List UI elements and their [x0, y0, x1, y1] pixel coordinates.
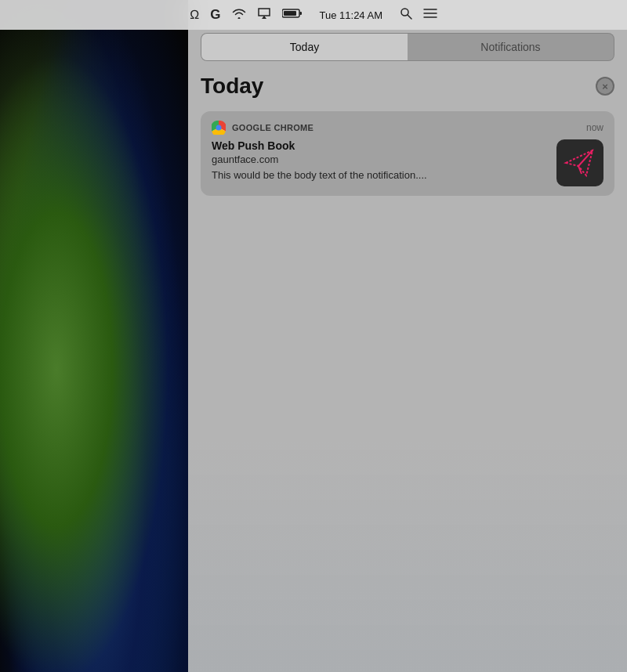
- svg-rect-1: [299, 12, 302, 15]
- tab-bar: Today Notifications: [201, 33, 614, 61]
- close-button[interactable]: ×: [596, 77, 614, 96]
- notification-text: Web Push Book gauntface.com This would b…: [212, 139, 549, 182]
- notification-time: now: [586, 122, 603, 133]
- wifi-icon[interactable]: [232, 8, 246, 22]
- desktop-background: [0, 0, 188, 672]
- chrome-icon: [212, 121, 226, 135]
- search-icon[interactable]: [400, 7, 412, 23]
- fork-icon[interactable]: Ω: [190, 8, 199, 22]
- notification-app-name: GOOGLE CHROME: [232, 123, 314, 132]
- airplay-icon[interactable]: [257, 7, 271, 23]
- list-icon[interactable]: [423, 8, 437, 22]
- notification-message: This would be the body text of the notif…: [212, 168, 549, 182]
- menubar: Ω G Tue 11:24 AM: [0, 0, 627, 30]
- svg-line-4: [408, 15, 411, 19]
- notification-card: GOOGLE CHROME now Web Push Book gauntfac…: [201, 111, 614, 196]
- today-header: Today ×: [201, 74, 614, 99]
- notification-center-panel: Today Notifications Today ×: [188, 0, 627, 672]
- notification-app-icon: [556, 139, 603, 186]
- today-title: Today: [201, 74, 263, 99]
- menubar-time: Tue 11:24 AM: [320, 9, 382, 21]
- notification-body: Web Push Book gauntface.com This would b…: [212, 139, 603, 186]
- notification-site: gauntface.com: [212, 154, 549, 165]
- notification-title: Web Push Book: [212, 139, 549, 152]
- notification-card-header: GOOGLE CHROME now: [212, 121, 603, 135]
- tab-today[interactable]: Today: [201, 34, 408, 60]
- svg-point-10: [216, 125, 222, 131]
- google-icon[interactable]: G: [210, 7, 220, 23]
- svg-rect-2: [284, 11, 296, 16]
- notification-source: GOOGLE CHROME: [212, 121, 314, 135]
- panel-content: Today ×: [188, 61, 627, 196]
- panel-bottom-gradient: [188, 437, 627, 672]
- battery-icon[interactable]: [282, 8, 303, 22]
- menubar-icons: Ω G Tue 11:24 AM: [190, 7, 437, 23]
- tab-notifications[interactable]: Notifications: [408, 34, 614, 60]
